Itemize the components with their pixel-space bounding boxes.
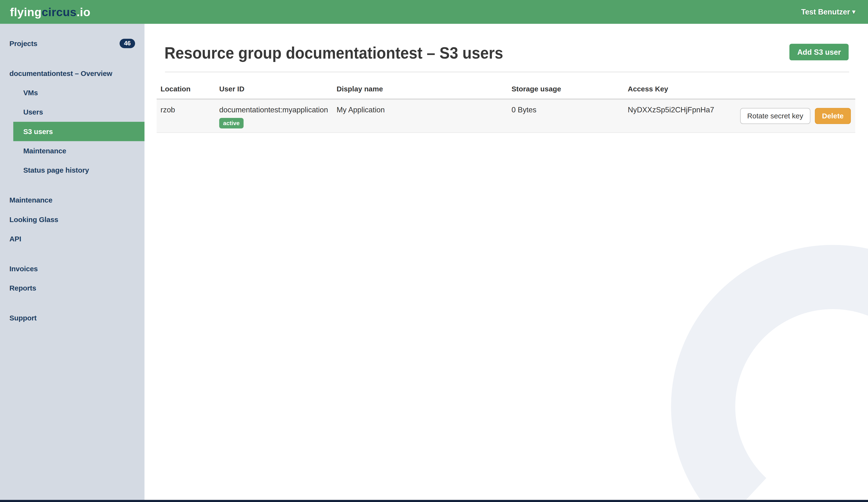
cell-display-name: My Application: [333, 106, 508, 114]
sidebar-item-support[interactable]: Support: [0, 308, 144, 328]
table-header-row: Location User ID Display name Storage us…: [157, 79, 855, 100]
add-s3-user-button[interactable]: Add S3 user: [789, 44, 848, 60]
chevron-down-icon: ▾: [852, 9, 855, 15]
sidebar-item-overview[interactable]: documentationtest – Overview: [0, 64, 144, 83]
sidebar-item-users[interactable]: Users: [0, 102, 144, 122]
delete-button[interactable]: Delete: [815, 108, 851, 124]
user-menu-label: Test Benutzer: [801, 8, 850, 16]
user-menu[interactable]: Test Benutzer ▾: [801, 8, 856, 16]
sidebar-item-s3-users[interactable]: S3 users: [13, 122, 144, 141]
projects-count-badge: 46: [120, 39, 135, 48]
logo-part-io: .io: [76, 6, 90, 18]
sidebar-group-global: Maintenance Looking Glass API: [0, 191, 144, 249]
page-title: Resource group documentationtest – S3 us…: [164, 44, 503, 62]
sidebar-item-vms[interactable]: VMs: [0, 83, 144, 102]
sidebar-group-resource-group: documentationtest – Overview VMs Users S…: [0, 64, 144, 180]
sidebar-item-api[interactable]: API: [0, 229, 144, 249]
cell-user-id: documentationtest:myapplication active: [215, 106, 333, 128]
title-divider: [165, 71, 849, 73]
sidebar-group-billing: Invoices Reports: [0, 259, 144, 298]
logo-part-circus: circus: [42, 6, 77, 18]
main-content: Resource group documentationtest – S3 us…: [144, 24, 868, 500]
cell-storage-usage: 0 Bytes: [508, 106, 624, 114]
user-id-value: documentationtest:myapplication: [219, 106, 333, 114]
column-header-storage-usage: Storage usage: [508, 85, 624, 93]
sidebar-item-reports[interactable]: Reports: [0, 278, 144, 298]
sidebar: Projects 46 documentationtest – Overview…: [0, 24, 144, 500]
sidebar-item-status-page-history[interactable]: Status page history: [0, 161, 144, 180]
app-window: flyingcircus.io Test Benutzer ▾ Projects…: [0, 0, 868, 502]
sidebar-item-invoices[interactable]: Invoices: [0, 259, 144, 278]
logo-part-flying: flying: [10, 6, 41, 18]
sidebar-item-maintenance-sub[interactable]: Maintenance: [0, 141, 144, 160]
sidebar-group-support: Support: [0, 308, 144, 328]
sidebar-item-looking-glass[interactable]: Looking Glass: [0, 210, 144, 229]
s3-users-table: Location User ID Display name Storage us…: [157, 79, 855, 133]
row-actions: Rotate secret key Delete: [740, 108, 851, 124]
column-header-access-key: Access Key: [624, 85, 856, 93]
flyingcircus-logo[interactable]: flyingcircus.io: [10, 6, 90, 18]
column-header-display-name: Display name: [333, 85, 508, 93]
rotate-secret-key-button[interactable]: Rotate secret key: [740, 108, 810, 124]
topbar: flyingcircus.io Test Benutzer ▾: [0, 0, 868, 24]
sidebar-item-maintenance[interactable]: Maintenance: [0, 191, 144, 210]
sidebar-item-projects-label: Projects: [9, 34, 37, 53]
cell-location: rzob: [157, 106, 215, 114]
footer-bar: [0, 500, 868, 502]
column-header-location: Location: [157, 85, 215, 93]
table-row: rzob documentationtest:myapplication act…: [157, 100, 855, 133]
status-badge: active: [219, 118, 244, 128]
sidebar-item-projects[interactable]: Projects 46: [0, 34, 144, 53]
column-header-user-id: User ID: [215, 85, 333, 93]
